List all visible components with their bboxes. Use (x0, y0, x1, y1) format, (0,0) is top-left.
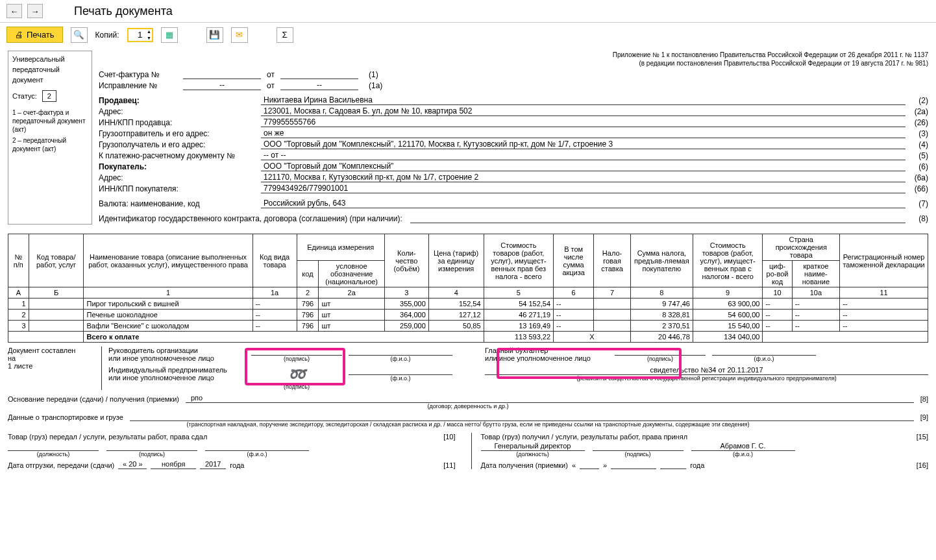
dolzh-hint-r: (должность) (481, 451, 585, 457)
n3: (3) (905, 129, 928, 138)
podpis-hint-1: (подпись) (251, 356, 342, 362)
inn-label: ИНН/КПП продавца: (99, 118, 261, 127)
total-row: Всего к оплате113 593,22X20 446,78134 04… (8, 332, 928, 343)
h9: 9 (693, 287, 762, 298)
n4: (4) (905, 140, 928, 149)
upd-label-3: документ (12, 76, 88, 84)
ship-month: ноября (151, 460, 196, 469)
osn-num: [8] (920, 395, 928, 403)
email-button[interactable]: ✉ (231, 27, 248, 43)
left-transfer-label: Товар (груз) передал / услуги, результат… (8, 433, 207, 441)
col-qty: Коли-чество (объём) (384, 234, 428, 287)
h10a: 10а (792, 287, 840, 298)
buyer-label: Покупатель: (99, 162, 261, 171)
doc-on-3: 1 листе (8, 362, 92, 370)
n6a: (6а) (905, 173, 928, 182)
right-receive-label: Товар (груз) получил / услуги, результат… (481, 433, 688, 441)
h5: 5 (484, 287, 553, 298)
podpis-hint-2: (подпись) (615, 356, 706, 362)
fio-hint-3: (ф.и.о.) (349, 375, 452, 382)
ship-year-word: года (230, 461, 244, 469)
date-ship-label: Дата отгрузки, передачи (сдачи) (8, 461, 114, 469)
col-unit-code: код (297, 261, 319, 287)
forward-button[interactable]: → (27, 4, 43, 18)
table-row: 3Вафли "Венские" с шоколадом--796шт259,0… (8, 321, 928, 332)
table-row: 1Пирог тирольский с вишней--796шт355,000… (8, 298, 928, 310)
fio-hint-1: (ф.и.о.) (349, 356, 452, 362)
cur-val: Российский рубль, 643 (261, 199, 905, 208)
pay-label: К платежно-расчетному документу № (99, 151, 261, 160)
ruk-label2: или иное уполномоченное лицо (108, 354, 245, 362)
doc-on-1: Документ составлен (8, 347, 92, 354)
rec-q2: » (603, 461, 607, 469)
hA: А (8, 287, 29, 298)
col-country: Страна происхождения товара (763, 234, 840, 261)
h1: 1 (84, 287, 252, 298)
upd-label-1: Универсальный (12, 55, 88, 63)
h10: 10 (763, 287, 792, 298)
col-unit: Единица измерения (297, 234, 384, 261)
cur-label: Валюта: наименование, код (99, 199, 261, 208)
spin-up[interactable]: ▲ (146, 29, 153, 35)
save-icon: 💾 (209, 30, 220, 40)
n7: (7) (905, 199, 928, 208)
rec-year-word: года (690, 461, 704, 469)
mail-icon: ✉ (236, 30, 243, 40)
ship-day: « 20 » (118, 460, 147, 469)
magnifier-icon: 🔍 (73, 30, 84, 40)
cons-val: ООО "Торговый дом "Комплексный", 121170,… (261, 140, 905, 149)
doc-on-2: на (8, 354, 92, 362)
h3: 3 (384, 287, 428, 298)
col-akciz: В том числе сумма акциза (554, 234, 594, 287)
isp-val: -- (183, 80, 261, 90)
sigma-icon: Σ (282, 30, 287, 40)
col-cc: циф-ро-вой код (763, 261, 792, 287)
n6: (6) (905, 162, 928, 171)
ip-label2: или иное уполномоченное лицо (108, 374, 245, 382)
col-price: Цена (тариф) за единицу измерения (428, 234, 484, 287)
gos-val (410, 213, 905, 223)
right-receive-num: [15] (917, 433, 928, 441)
h1a: 1а (252, 287, 297, 298)
svid-text: свидетельство №34 от 20.11.2017 (485, 366, 928, 375)
fio-hint-2: (ф.и.о.) (712, 356, 816, 362)
col-code: Код товара/ работ, услуг (29, 234, 84, 287)
spin-down[interactable]: ▼ (146, 35, 153, 42)
osn-val: рпо (186, 394, 914, 403)
inn-val: 779955555766 (261, 117, 905, 127)
dolzh-hint-l: (должность) (8, 451, 99, 457)
items-table-wrap: № п/п Код товара/ работ, услуг Наименова… (8, 234, 928, 343)
back-button[interactable]: ← (6, 4, 22, 18)
isp-ot: от (261, 81, 280, 90)
tr-hint: (транспортная накладная, поручение экспе… (8, 421, 928, 428)
isp-date: -- (280, 80, 358, 90)
podpis-hint-l: (подпись) (106, 451, 197, 457)
action-toolbar: 🖨 Печать 🔍 Копий: ▲▼ ▦ 💾 ✉ Σ (0, 23, 936, 47)
podpis-hint-r: (подпись) (593, 451, 684, 457)
podpis-hint-3: (подпись) (251, 383, 342, 390)
col-tax: Сумма налога, предъяв-ляемая покупателю (630, 234, 693, 287)
copies-label: Копий: (95, 30, 119, 40)
addr-label: Адрес: (99, 107, 261, 116)
ruk-label: Руководитель организации (108, 347, 245, 354)
fio-hint-r: (ф.и.о.) (691, 451, 795, 457)
save-button[interactable]: 💾 (206, 27, 223, 43)
col-name: Наименование товара (описание выполненны… (84, 234, 252, 287)
table-button[interactable]: ▦ (161, 27, 178, 43)
date-ship-num: [11] (443, 461, 455, 469)
left-panel: Универсальный передаточный документ Стат… (8, 51, 92, 225)
col-rate: Нало-говая ставка (594, 234, 631, 287)
right-pos: Генеральный директор (481, 442, 585, 451)
n8: (8) (905, 214, 928, 223)
preview-button[interactable]: 🔍 (71, 27, 88, 43)
n26: (26) (905, 118, 928, 127)
osn-label: Основание передачи (сдачи) / получения (… (8, 395, 179, 403)
sum-button[interactable]: Σ (277, 27, 293, 43)
ip-label: Индивидуальный предприниматель (108, 366, 245, 374)
ship-label: Грузоотправитель и его адрес: (99, 129, 261, 138)
print-label: Печать (27, 30, 55, 40)
ship-val: он же (261, 128, 905, 138)
seller-label: Продавец: (99, 96, 261, 105)
buyer-val: ООО "Торговый дом "Комплексный" (261, 162, 905, 171)
print-button[interactable]: 🖨 Печать (6, 27, 63, 43)
